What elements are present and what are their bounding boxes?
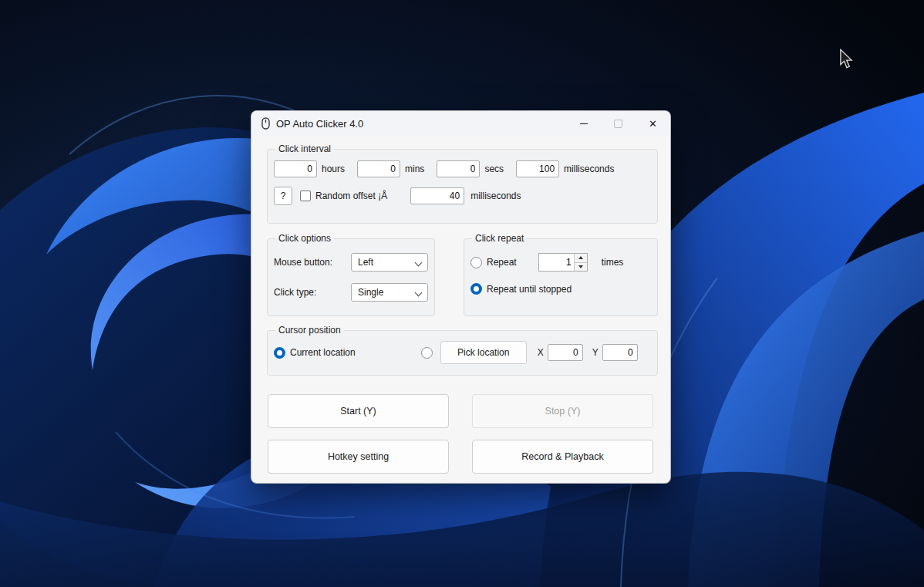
repeat-row: Repeat times	[470, 253, 651, 272]
milliseconds-input[interactable]	[516, 160, 559, 177]
x-input[interactable]	[548, 344, 583, 361]
repeat-label: Repeat	[487, 257, 517, 268]
pick-location-button[interactable]: Pick location	[440, 341, 527, 364]
cursor-position-legend: Cursor position	[275, 325, 344, 336]
mouse-button-value: Left	[358, 257, 373, 268]
click-type-row: Click type: Single	[274, 283, 428, 302]
start-button[interactable]: Start (Y)	[268, 394, 449, 428]
chevron-down-icon	[415, 289, 423, 297]
window-title: OP Auto Clicker 4.0	[276, 118, 363, 130]
hotkey-setting-button[interactable]: Hotkey setting	[268, 440, 449, 474]
window-content: Click interval hours mins secs milliseco…	[251, 136, 670, 483]
repeat-until-stopped-row: Repeat until stopped	[470, 283, 651, 295]
arrow-down-icon	[578, 265, 583, 268]
minimize-icon	[580, 123, 588, 124]
help-button[interactable]: ?	[274, 187, 292, 205]
mins-label: mins	[405, 164, 424, 174]
click-options-legend: Click options	[275, 233, 334, 244]
y-input[interactable]	[602, 344, 638, 361]
mins-input[interactable]	[357, 160, 400, 177]
hours-input[interactable]	[274, 160, 317, 177]
mouse-button-row: Mouse button: Left	[274, 253, 428, 272]
random-offset-label: Random offset ¡Å	[315, 191, 387, 201]
secs-label: secs	[484, 164, 504, 174]
stop-button[interactable]: Stop (Y)	[472, 394, 653, 428]
click-type-label: Click type:	[274, 287, 351, 298]
maximize-button[interactable]	[601, 111, 636, 136]
random-offset-row: ? Random offset ¡Å milliseconds	[274, 187, 651, 205]
window-controls: ✕	[566, 111, 670, 136]
interval-row: hours mins secs milliseconds	[274, 160, 651, 177]
y-label: Y	[592, 347, 599, 358]
times-label: times	[602, 257, 624, 268]
milliseconds-label: milliseconds	[564, 164, 614, 174]
repeat-count-input[interactable]	[539, 254, 574, 271]
hours-label: hours	[322, 164, 345, 174]
click-interval-legend: Click interval	[275, 143, 334, 154]
arrow-up-icon	[578, 256, 583, 259]
stepper-down-button[interactable]	[575, 263, 587, 272]
mouse-button-dropdown[interactable]: Left	[351, 253, 428, 272]
record-playback-button[interactable]: Record & Playback	[472, 440, 653, 474]
title-bar[interactable]: OP Auto Clicker 4.0 ✕	[251, 111, 670, 136]
click-repeat-legend: Click repeat	[472, 233, 527, 244]
app-window: OP Auto Clicker 4.0 ✕ Click interval hou…	[251, 110, 671, 484]
click-options-group: Click options Mouse button: Left Click t…	[267, 233, 435, 316]
repeat-until-stopped-radio[interactable]	[470, 283, 482, 295]
chevron-down-icon	[415, 259, 423, 267]
repeat-radio[interactable]	[470, 257, 482, 268]
secs-input[interactable]	[437, 160, 480, 177]
mouse-cursor	[838, 49, 855, 69]
pick-location-radio[interactable]	[421, 347, 433, 359]
click-repeat-group: Click repeat Repeat times Repeat until s…	[464, 233, 658, 316]
click-type-value: Single	[358, 287, 383, 298]
close-icon: ✕	[649, 119, 657, 129]
click-interval-group: Click interval hours mins secs milliseco…	[267, 143, 658, 224]
cursor-position-row: Current location Pick location X Y	[274, 341, 651, 364]
current-location-label: Current location	[290, 347, 356, 358]
random-offset-input[interactable]	[410, 187, 464, 204]
repeat-count-stepper	[538, 253, 588, 272]
mouse-icon	[261, 117, 270, 130]
current-location-radio[interactable]	[274, 347, 285, 359]
random-offset-checkbox[interactable]	[300, 191, 311, 201]
maximize-icon	[614, 120, 622, 128]
x-label: X	[538, 347, 544, 358]
stepper-up-button[interactable]	[575, 254, 587, 263]
cursor-position-group: Cursor position Current location Pick lo…	[267, 325, 658, 376]
mouse-button-label: Mouse button:	[274, 257, 351, 268]
minimize-button[interactable]	[566, 111, 601, 136]
click-type-dropdown[interactable]: Single	[351, 283, 428, 302]
close-button[interactable]: ✕	[636, 111, 670, 136]
random-offset-unit: milliseconds	[470, 191, 521, 201]
repeat-until-stopped-label: Repeat until stopped	[487, 284, 572, 295]
